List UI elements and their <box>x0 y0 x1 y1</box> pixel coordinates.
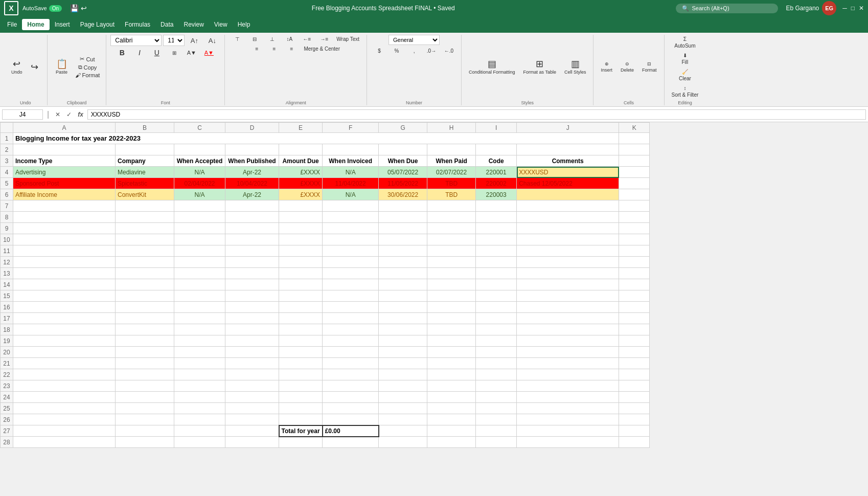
col-header-c[interactable]: C <box>174 123 225 133</box>
comma-btn[interactable]: , <box>406 47 422 55</box>
cell-f5[interactable]: 11/04/2022 <box>323 178 379 189</box>
menu-review[interactable]: Review <box>178 19 209 30</box>
cell-a6[interactable]: Affiliate Income <box>13 189 116 200</box>
copy-btn[interactable]: ⧉ Copy <box>73 63 102 71</box>
cell-f4[interactable]: N/A <box>323 167 379 178</box>
save-icon[interactable]: 💾 <box>70 4 79 12</box>
maximize-btn[interactable]: □ <box>851 5 855 12</box>
cell-d6[interactable]: Apr-22 <box>225 189 279 200</box>
align-bottom-btn[interactable]: ⊥ <box>264 35 280 43</box>
conditional-formatting-btn[interactable]: ▤ Conditional Formatting <box>466 58 518 76</box>
minimize-btn[interactable]: ─ <box>842 5 847 12</box>
menu-file[interactable]: File <box>2 19 22 30</box>
decrease-font-btn[interactable]: A↓ <box>204 36 220 46</box>
cell-k6[interactable] <box>619 189 650 200</box>
window-controls[interactable]: ─ □ ✕ <box>842 5 864 12</box>
autosum-btn[interactable]: Σ AutoSum <box>671 35 698 50</box>
cell-j5[interactable]: Chased 12/05/2022 <box>517 178 619 189</box>
redo-btn[interactable]: ↪ <box>27 61 43 73</box>
menu-formulas[interactable]: Formulas <box>120 19 155 30</box>
paste-btn[interactable]: 📋 Paste <box>52 58 72 76</box>
cell-a5[interactable]: Sponsored Post <box>13 178 116 189</box>
close-btn[interactable]: ✕ <box>859 5 864 12</box>
cell-j2[interactable] <box>517 144 619 155</box>
autosave-toggle[interactable]: AutoSave On <box>22 5 62 12</box>
menu-help[interactable]: Help <box>233 19 256 30</box>
sort-filter-btn[interactable]: ↕ Sort & Filter <box>669 84 702 99</box>
col-header-k[interactable]: K <box>619 123 650 133</box>
cell-k5[interactable] <box>619 178 650 189</box>
col-header-a[interactable]: A <box>13 123 116 133</box>
insert-cells-btn[interactable]: ⊕ Insert <box>598 60 615 74</box>
menu-page-layout[interactable]: Page Layout <box>75 19 120 30</box>
cell-i6[interactable]: 220003 <box>476 189 517 200</box>
number-format-select[interactable]: General Number Currency Percentage <box>389 35 440 45</box>
cell-g2[interactable] <box>379 144 427 155</box>
cell-e5[interactable]: £XXXX <box>279 178 323 189</box>
cell-c4[interactable]: N/A <box>174 167 225 178</box>
cell-styles-btn[interactable]: ▥ Cell Styles <box>561 58 589 76</box>
fill-color-btn[interactable]: A▼ <box>184 48 200 57</box>
cell-k2[interactable] <box>619 144 650 155</box>
avatar[interactable]: EG <box>822 1 836 15</box>
undo-btn[interactable]: ↩ Undo <box>8 58 26 76</box>
fill-btn[interactable]: ⬇ Fill <box>677 51 693 66</box>
align-left-btn[interactable]: ≡ <box>248 44 265 53</box>
decrease-decimal-btn[interactable]: ←.0 <box>441 47 457 55</box>
clear-btn[interactable]: 🧹 Clear <box>676 67 694 83</box>
cell-i27[interactable] <box>476 425 517 437</box>
total-label-cell[interactable]: Total for year <box>279 425 323 437</box>
cell-k27[interactable] <box>619 425 650 437</box>
title-cell[interactable]: Blogging Income for tax year 2022-2023 <box>13 133 619 144</box>
cell-h4[interactable]: 02/07/2022 <box>427 167 476 178</box>
col-header-d[interactable]: D <box>225 123 279 133</box>
cell-b27[interactable] <box>116 425 174 437</box>
cell-d4[interactable]: Apr-22 <box>225 167 279 178</box>
align-middle-btn[interactable]: ⊟ <box>246 35 263 43</box>
cell-f2[interactable] <box>323 144 379 155</box>
wrap-text-btn[interactable]: Wrap Text <box>333 35 362 43</box>
cell-k3[interactable] <box>619 155 650 167</box>
cell-j6[interactable] <box>517 189 619 200</box>
cell-h2[interactable] <box>427 144 476 155</box>
cell-h5[interactable]: TBD <box>427 178 476 189</box>
cell-d2[interactable] <box>225 144 279 155</box>
cell-g6[interactable]: 30/06/2022 <box>379 189 427 200</box>
fx-btn[interactable]: fx <box>76 110 85 119</box>
underline-btn[interactable]: U <box>149 47 165 58</box>
bold-btn[interactable]: B <box>114 47 130 58</box>
cell-c27[interactable] <box>174 425 225 437</box>
cell-h6[interactable]: TBD <box>427 189 476 200</box>
header-when-accepted[interactable]: When Accepted <box>174 155 225 167</box>
delete-cells-btn[interactable]: ⊖ Delete <box>618 60 637 74</box>
cell-i5[interactable]: 220002 <box>476 178 517 189</box>
increase-font-btn[interactable]: A↑ <box>186 36 202 46</box>
cell-a2[interactable] <box>13 144 116 155</box>
cell-e4[interactable]: £XXXX <box>279 167 323 178</box>
formula-cancel-btn[interactable]: ✕ <box>53 110 62 119</box>
formula-input[interactable] <box>87 109 866 120</box>
total-value-cell[interactable]: £0.00 <box>323 425 379 437</box>
cell-e2[interactable] <box>279 144 323 155</box>
col-header-g[interactable]: G <box>379 123 427 133</box>
cell-j27[interactable] <box>517 425 619 437</box>
menu-view[interactable]: View <box>209 19 233 30</box>
cell-c5[interactable]: 02/04/2022 <box>174 178 225 189</box>
format-as-table-btn[interactable]: ⊞ Format as Table <box>520 58 559 76</box>
cell-b5[interactable]: Spicetastic <box>116 178 174 189</box>
header-company[interactable]: Company <box>116 155 174 167</box>
header-when-published[interactable]: When Published <box>225 155 279 167</box>
cell-g27[interactable] <box>379 425 427 437</box>
header-code[interactable]: Code <box>476 155 517 167</box>
format-cells-btn[interactable]: ⊟ Format <box>639 60 660 74</box>
cell-j4[interactable]: XXXXUSD <box>517 167 619 178</box>
font-color-btn[interactable]: A▼ <box>201 48 217 57</box>
col-header-e[interactable]: E <box>279 123 323 133</box>
col-header-h[interactable]: H <box>427 123 476 133</box>
formula-confirm-btn[interactable]: ✓ <box>64 110 74 119</box>
cell-k4[interactable] <box>619 167 650 178</box>
cell-d27[interactable] <box>225 425 279 437</box>
indent-decrease-btn[interactable]: ←≡ <box>299 35 315 43</box>
cell-e6[interactable]: £XXXX <box>279 189 323 200</box>
header-when-invoiced[interactable]: When Invoiced <box>323 155 379 167</box>
